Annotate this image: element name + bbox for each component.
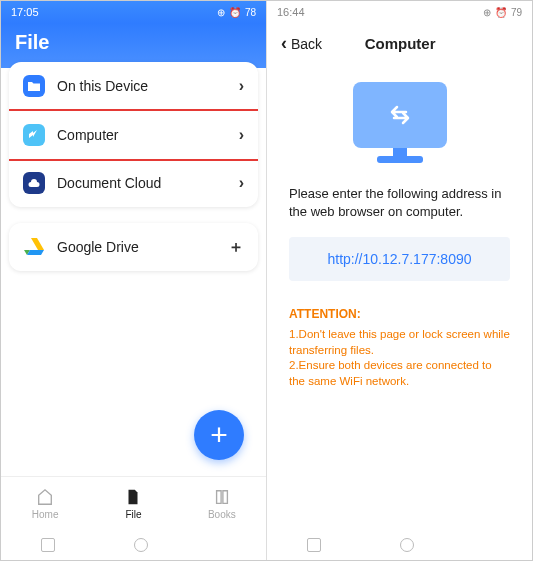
computer-illustration <box>345 82 455 163</box>
wifi-icon: ⊕ <box>483 7 491 18</box>
alarm-icon: ⏰ <box>495 7 507 18</box>
tips: 1.Don't leave this page or lock screen w… <box>267 321 532 395</box>
row-document-cloud[interactable]: Document Cloud › <box>9 159 258 207</box>
url-text: http://10.12.7.177:8090 <box>327 251 471 267</box>
nav-recent-icon[interactable] <box>307 538 321 552</box>
cloud-icon <box>23 172 45 194</box>
instructions-text: Please enter the following address in th… <box>267 185 532 221</box>
row-label: Google Drive <box>57 239 228 255</box>
chevron-right-icon: › <box>239 126 244 144</box>
status-icons: ⊕ ⏰ 78 <box>217 7 256 18</box>
attention-label: ATTENTION: <box>267 307 532 321</box>
file-icon <box>124 488 142 506</box>
system-nav <box>267 530 532 560</box>
system-nav <box>1 530 266 560</box>
books-icon <box>213 488 231 506</box>
status-bar: 17:05 ⊕ ⏰ 78 <box>1 1 266 23</box>
tab-label: File <box>125 509 141 520</box>
locations-list: On this Device › Computer › Document Clo… <box>9 62 258 207</box>
tab-books[interactable]: Books <box>178 477 266 530</box>
status-bar: 16:44 ⊕ ⏰ 79 <box>267 1 532 23</box>
wifi-icon: ⊕ <box>217 7 225 18</box>
row-google-drive[interactable]: Google Drive ＋ <box>9 223 258 271</box>
battery-icon: 79 <box>511 7 522 18</box>
tab-file[interactable]: File <box>89 477 177 530</box>
row-computer[interactable]: Computer › <box>9 109 258 161</box>
chevron-right-icon: › <box>239 77 244 95</box>
monitor-screen-icon <box>353 82 447 148</box>
status-icons: ⊕ ⏰ 79 <box>483 7 522 18</box>
row-label: Document Cloud <box>57 175 239 191</box>
page-title: File <box>15 31 252 54</box>
url-box[interactable]: http://10.12.7.177:8090 <box>289 237 510 281</box>
row-label: On this Device <box>57 78 239 94</box>
nav-recent-icon[interactable] <box>41 538 55 552</box>
row-on-this-device[interactable]: On this Device › <box>9 62 258 111</box>
nav-home-icon[interactable] <box>134 538 148 552</box>
tab-label: Home <box>32 509 59 520</box>
page-title: Computer <box>282 35 518 52</box>
chevron-right-icon: › <box>239 174 244 192</box>
folder-icon <box>23 75 45 97</box>
plus-icon: + <box>210 418 228 452</box>
alarm-icon: ⏰ <box>229 7 241 18</box>
tab-label: Books <box>208 509 236 520</box>
bottom-tabs: Home File Books <box>1 476 266 530</box>
home-icon <box>36 488 54 506</box>
row-label: Computer <box>57 127 239 143</box>
status-time: 16:44 <box>277 6 305 18</box>
header: ‹ Back Computer <box>267 23 532 64</box>
nav-home-icon[interactable] <box>400 538 414 552</box>
plus-icon[interactable]: ＋ <box>228 237 244 258</box>
tab-home[interactable]: Home <box>1 477 89 530</box>
tip-2: 2.Ensure both devices are connected to t… <box>289 358 510 389</box>
status-time: 17:05 <box>11 6 39 18</box>
drive-icon <box>23 236 45 258</box>
tip-1: 1.Don't leave this page or lock screen w… <box>289 327 510 358</box>
cloud-services-list: Google Drive ＋ <box>9 223 258 271</box>
add-button[interactable]: + <box>194 410 244 460</box>
battery-icon: 78 <box>245 7 256 18</box>
computer-icon <box>23 124 45 146</box>
